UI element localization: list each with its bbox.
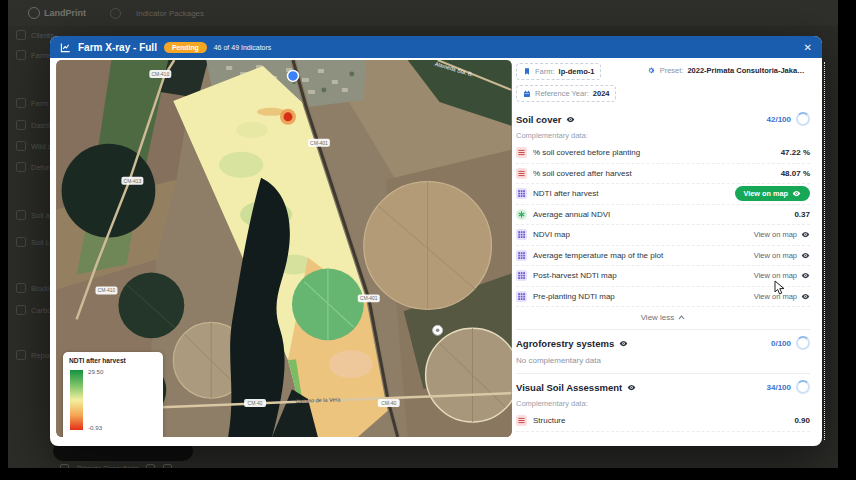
section-score: 42/100 [767, 115, 791, 124]
window-icon[interactable] [146, 464, 155, 468]
calendar-icon [523, 90, 531, 98]
mouse-cursor [774, 280, 787, 295]
section-title: Visual Soil Assessment [516, 382, 622, 393]
indicator-row[interactable]: NDVI map View on map [516, 225, 810, 246]
brand-logo: LandPrint [28, 7, 86, 19]
eye-icon [627, 383, 636, 392]
ndvi-green-icon [516, 209, 527, 220]
indicator-label: NDTI after harvest [533, 189, 598, 198]
eye-icon [801, 230, 810, 239]
farm-value: lp-demo-1 [559, 67, 595, 76]
table-red-icon [516, 147, 527, 158]
view-on-map-link[interactable]: View on map [754, 271, 810, 280]
indicator-label: NDVI map [533, 230, 570, 239]
indicator-section: Agroforestry systems 0/100 No complement… [516, 336, 810, 365]
sidebar-item-icon [16, 237, 26, 247]
indicator-label: Structure [533, 416, 565, 425]
section-divider [516, 329, 810, 330]
indicator-label: % soil covered after harvest [533, 169, 632, 178]
indicator-count: 46 of 49 Indicators [214, 44, 272, 51]
map-marker-blue[interactable] [287, 70, 298, 81]
legend-title: NDTI after harvest [69, 357, 157, 364]
eye-icon [566, 115, 575, 124]
indicator-row[interactable]: Post-harvest NDTI map View on map [516, 266, 810, 287]
year-label: Reference Year: [535, 89, 589, 98]
grid-purple-icon [516, 250, 527, 261]
brand-name: LandPrint [44, 8, 86, 18]
scrollbar-track[interactable] [824, 62, 825, 440]
sidebar-item-icon [16, 283, 26, 293]
table-red-icon [516, 415, 527, 426]
brand-logo-icon [28, 7, 40, 19]
indicators-panel: Farm: lp-demo-1 Preset: 2022-Primata Con… [516, 58, 822, 446]
indicator-row[interactable]: NDTI after harvest View on map [516, 184, 810, 205]
sidebar-item-icon [16, 50, 26, 60]
sidebar-item-icon [16, 162, 26, 172]
map-marker[interactable] [433, 325, 443, 335]
section-title: Agroforestry systems [516, 338, 614, 349]
road-label-text: CM-413 [124, 178, 142, 184]
sidebar-item-icon [16, 350, 26, 360]
indicator-label: Post-harvest NDTI map [533, 271, 617, 280]
legend-max: 29.50 [88, 368, 103, 375]
footer-org-name: Primata Consultoria [77, 465, 138, 468]
sidebar-item-icon [16, 120, 26, 130]
indicator-row[interactable]: Pre-planting NDTI map View on map [516, 287, 810, 308]
nav-indicator-packages[interactable]: Indicator Packages [136, 9, 204, 18]
table-red-icon [516, 168, 527, 179]
indicator-row[interactable]: % soil covered before planting 47.22 % [516, 143, 810, 164]
indicator-label: Average annual NDVI [533, 210, 610, 219]
eye-icon [801, 271, 810, 280]
no-data-note: No complementary data [516, 356, 810, 365]
map-legend: NDTI after harvest 29.50 -0.93 [63, 352, 163, 437]
sidebar-item-icon [16, 30, 26, 40]
sidebar-item-farms[interactable]: Farms [16, 50, 52, 60]
footer-org-row[interactable]: Primata Consultoria [60, 464, 172, 468]
modal-header: Farm X-ray - Full Pending 46 of 49 Indic… [50, 36, 822, 58]
indicator-label: Pre-planting NDTI map [533, 292, 615, 301]
indicator-row[interactable]: Average annual NDVI 0.37 [516, 205, 810, 226]
sidebar-item-clients[interactable]: Clients [16, 30, 54, 40]
road-label-text: CM-401 [360, 295, 378, 301]
view-on-map-link[interactable]: View on map [754, 230, 810, 239]
section-title: Soil cover [516, 114, 561, 125]
reference-year-field[interactable]: Reference Year: 2024 [516, 85, 616, 102]
indicator-row[interactable]: Structure 0.90 [516, 411, 810, 432]
farm-field[interactable]: Farm: lp-demo-1 [516, 63, 601, 80]
indicator-value: 0.90 [794, 416, 810, 425]
indicator-value: 47.22 % [781, 148, 810, 157]
view-on-map-button[interactable]: View on map [735, 186, 810, 201]
view-on-map-link[interactable]: View on map [754, 251, 810, 260]
eye-icon [619, 339, 628, 348]
topbar: LandPrint Indicator Packages [8, 0, 838, 26]
preset-field[interactable]: Preset: 2022-Primata Consultoria-Jakar-3… [647, 63, 805, 78]
grid-purple-icon [516, 270, 527, 281]
farm-label: Farm: [535, 67, 555, 76]
indicator-section: Soil cover 42/100 Complementary data: % … [516, 112, 810, 322]
indicator-row[interactable]: % soil covered after harvest 48.07 % [516, 164, 810, 185]
indicator-value: 0.37 [794, 210, 810, 219]
road-label-text: CM-40 [248, 400, 263, 406]
app-screen: LandPrint Indicator Packages ClientsFarm… [8, 0, 838, 468]
nav-circle-icon [110, 8, 121, 19]
section-score: 0/100 [771, 339, 791, 348]
grid-purple-icon [516, 291, 527, 302]
score-ring-icon [796, 112, 810, 126]
close-icon[interactable]: ✕ [804, 42, 812, 53]
section-header: Visual Soil Assessment 34/100 [516, 380, 810, 394]
road-label-text: CM-410 [151, 71, 169, 77]
eye-icon [801, 292, 810, 301]
farm-xray-modal: Farm X-ray - Full Pending 46 of 49 Indic… [50, 36, 822, 446]
chevron-up-icon [678, 315, 685, 320]
view-less-button[interactable]: View less [516, 313, 810, 322]
score-ring-icon [796, 336, 810, 350]
grid-purple-icon [516, 188, 527, 199]
indicator-row[interactable]: Average temperature map of the plot View… [516, 246, 810, 267]
satellite-map[interactable]: CM-410CM-413CM-401CM-410CM-401CM-40CM-40… [56, 60, 512, 437]
sections-list: Soil cover 42/100 Complementary data: % … [516, 112, 822, 432]
indicator-label: % soil covered before planting [533, 148, 640, 157]
sidebar-item-icon [16, 98, 26, 108]
expand-icon[interactable] [163, 464, 172, 468]
eye-icon [792, 189, 801, 198]
road-label-text: CM-410 [98, 287, 116, 293]
